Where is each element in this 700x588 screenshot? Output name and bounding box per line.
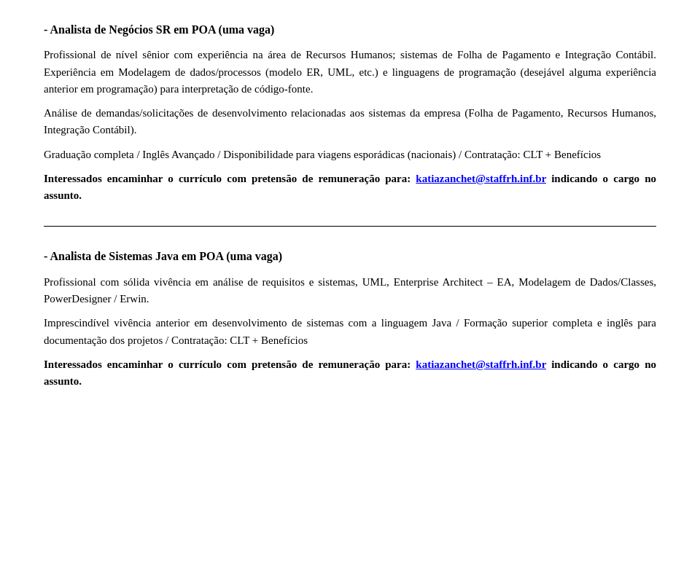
- section2-email-link[interactable]: katiazanchet@staffrh.inf.br: [416, 358, 546, 370]
- section-divider: [44, 226, 656, 227]
- section1-title: - Analista de Negócios SR em POA (uma va…: [44, 22, 656, 38]
- section2-para2-text: Imprescindível vivência anterior em dese…: [44, 317, 656, 345]
- section2-para1: Profissional com sólida vivência em anál…: [44, 274, 656, 308]
- section1-para3: Graduação completa / Inglês Avançado / D…: [44, 146, 656, 163]
- section2-para1-text: Profissional com sólida vivência em anál…: [44, 276, 656, 305]
- section1-para1-text: Profissional de nível sênior com experiê…: [44, 49, 656, 95]
- section1-email-link[interactable]: katiazanchet@staffrh.inf.br: [416, 173, 546, 184]
- section2-para2: Imprescindível vivência anterior em dese…: [44, 315, 656, 349]
- page-container: - Analista de Negócios SR em POA (uma va…: [0, 0, 700, 426]
- section1-para2-text: Análise de demandas/solicitações de dese…: [44, 107, 656, 136]
- section1-para4-prefix: Interessados encaminhar o currículo com …: [44, 173, 416, 184]
- section1-para3-text: Graduação completa / Inglês Avançado / D…: [44, 149, 601, 160]
- section2-title: - Analista de Sistemas Java em POA (uma …: [44, 248, 656, 264]
- section2-para3-prefix: Interessados encaminhar o currículo com …: [44, 358, 416, 370]
- section2-para3: Interessados encaminhar o currículo com …: [44, 356, 656, 391]
- section-analista-sistemas: - Analista de Sistemas Java em POA (uma …: [44, 248, 656, 390]
- section1-para4: Interessados encaminhar o currículo com …: [44, 170, 656, 205]
- section-analista-negocios: - Analista de Negócios SR em POA (uma va…: [44, 22, 656, 204]
- section1-para1: Profissional de nível sênior com experiê…: [44, 47, 656, 98]
- section1-para2: Análise de demandas/solicitações de dese…: [44, 105, 656, 139]
